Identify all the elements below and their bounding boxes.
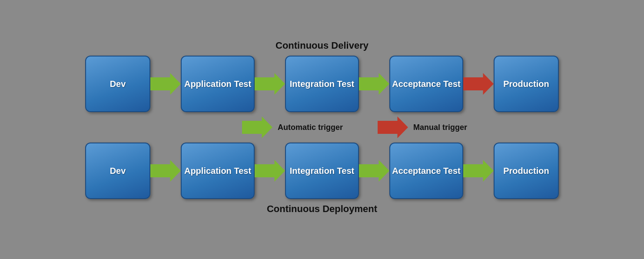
deployment-pipeline-row: Dev Application Test Integration Test Ac… [85,143,559,199]
deployment-arrow-2 [255,160,285,182]
delivery-app-test-box: Application Test [181,56,255,112]
delivery-arrow-1 [150,73,181,95]
automatic-trigger-legend: Automatic trigger [242,116,343,138]
delivery-arrow-2 [255,73,285,95]
delivery-production-box: Production [494,56,559,112]
delivery-integration-test-box: Integration Test [285,56,359,112]
manual-trigger-legend: Manual trigger [378,116,467,138]
continuous-deployment-section: Dev Application Test Integration Test Ac… [18,143,626,219]
continuous-delivery-section: Continuous Delivery Dev Application Test… [18,40,626,112]
continuous-delivery-title: Continuous Delivery [276,40,368,51]
automatic-trigger-label: Automatic trigger [278,123,343,132]
manual-trigger-label: Manual trigger [413,123,467,132]
continuous-deployment-title: Continuous Deployment [267,203,377,215]
delivery-arrow-3 [359,73,389,95]
deployment-app-test-box: Application Test [181,143,255,199]
delivery-dev-box: Dev [85,56,150,112]
delivery-pipeline-row: Dev Application Test Integration Test Ac… [85,56,559,112]
diagram-container: Continuous Delivery Dev Application Test… [18,40,626,219]
deployment-integration-test-box: Integration Test [285,143,359,199]
delivery-acceptance-test-box: Acceptance Test [389,56,463,112]
deployment-dev-box: Dev [85,143,150,199]
deployment-arrow-4 [463,160,494,182]
legend-red-arrow [378,116,408,138]
deployment-production-box: Production [494,143,559,199]
legend-green-arrow [242,116,272,138]
deployment-arrow-1 [150,160,181,182]
legend-section: Automatic trigger Manual trigger [18,112,626,143]
deployment-acceptance-test-box: Acceptance Test [389,143,463,199]
delivery-arrow-4-red [463,73,494,95]
deployment-arrow-3 [359,160,389,182]
